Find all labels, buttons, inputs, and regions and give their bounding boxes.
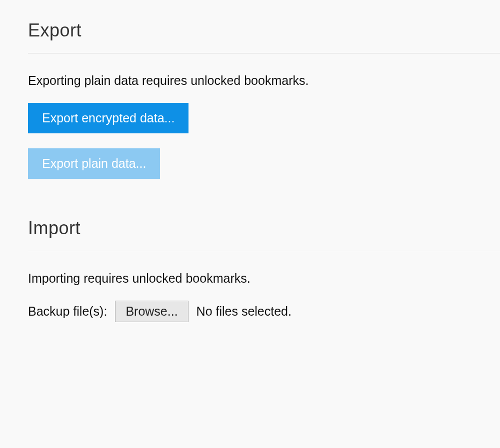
import-heading: Import [28,218,472,239]
export-description: Exporting plain data requires unlocked b… [28,73,472,88]
export-heading: Export [28,20,472,41]
backup-file-row: Backup file(s): Browse... No files selec… [28,301,472,322]
export-encrypted-button[interactable]: Export encrypted data... [28,103,188,133]
export-plain-button[interactable]: Export plain data... [28,148,160,179]
import-body: Importing requires unlocked bookmarks. B… [28,251,472,322]
export-body: Exporting plain data requires unlocked b… [28,53,472,194]
file-status-text: No files selected. [196,304,292,319]
import-description: Importing requires unlocked bookmarks. [28,271,472,286]
browse-button[interactable]: Browse... [115,301,188,322]
backup-file-label: Backup file(s): [28,304,107,319]
